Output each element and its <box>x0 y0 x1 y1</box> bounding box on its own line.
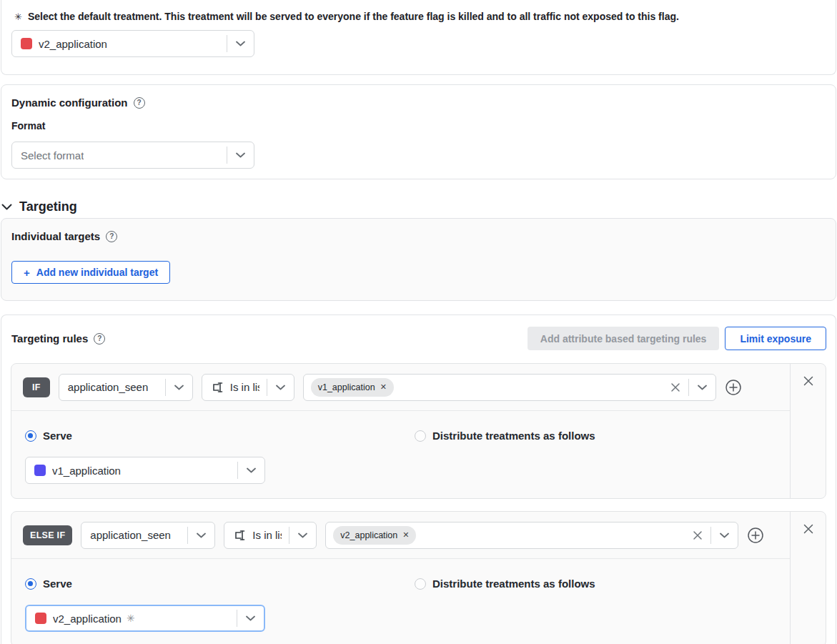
distribute-radio-option[interactable]: Distribute treatments as follows <box>415 578 595 590</box>
clear-values-icon[interactable] <box>685 522 710 548</box>
individual-targets-section: Individual targets ? + Add new individua… <box>1 218 836 301</box>
add-condition-icon[interactable] <box>725 379 742 396</box>
value-list-input[interactable]: v1_application ✕ <box>303 374 716 401</box>
matcher-select[interactable]: Is in list <box>202 374 294 401</box>
clear-values-icon[interactable] <box>663 375 688 400</box>
treatment-color-swatch <box>21 38 32 49</box>
chevron-down-icon[interactable] <box>227 41 254 46</box>
dynamic-configuration-section: Dynamic configuration ? Format Select fo… <box>1 84 836 179</box>
radio-selected-icon[interactable] <box>25 430 36 442</box>
radio-selected-icon[interactable] <box>25 578 36 590</box>
required-asterisk-icon: ✳ <box>127 613 135 624</box>
chevron-down-icon[interactable] <box>237 615 264 621</box>
chip-remove-icon[interactable]: ✕ <box>380 383 387 391</box>
distribute-radio-option[interactable]: Distribute treatments as follows <box>415 430 595 442</box>
add-individual-target-button[interactable]: + Add new individual target <box>11 261 170 284</box>
serve-treatment-select[interactable]: v1_application <box>25 457 265 484</box>
chevron-down-icon[interactable] <box>689 375 715 400</box>
targeting-rules-section: Targeting rules ? Add attribute based ta… <box>1 314 836 644</box>
treatment-chip: v2_application ✕ <box>333 526 416 545</box>
required-asterisk-icon: ✳ <box>14 11 22 22</box>
radio-unselected-icon[interactable] <box>415 578 426 590</box>
treatment-color-swatch <box>34 465 46 476</box>
serve-radio-option[interactable]: Serve <box>25 578 415 590</box>
help-icon[interactable]: ? <box>94 333 105 345</box>
matcher-select[interactable]: Is in list <box>224 522 317 549</box>
help-icon[interactable]: ? <box>106 231 117 242</box>
default-treatment-select[interactable]: v2_application <box>11 30 254 57</box>
delete-rule-icon[interactable] <box>802 522 815 535</box>
chevron-down-icon <box>1 204 12 210</box>
chevron-down-icon[interactable] <box>166 385 192 390</box>
string-matcher-icon <box>211 380 225 395</box>
chevron-down-icon[interactable] <box>267 385 294 390</box>
plus-icon: + <box>24 267 30 279</box>
targeting-section-header[interactable]: Targeting <box>1 199 837 214</box>
add-condition-icon[interactable] <box>747 527 764 544</box>
format-placeholder: Select format <box>21 149 84 162</box>
chip-remove-icon[interactable]: ✕ <box>402 531 409 539</box>
targeting-rules-title: Targeting rules <box>11 332 88 345</box>
rule-condition-badge: IF <box>23 377 50 397</box>
attribute-select[interactable]: application_seen <box>59 374 193 401</box>
chevron-down-icon[interactable] <box>227 152 254 158</box>
add-attribute-rules-button[interactable]: Add attribute based targeting rules <box>528 327 720 350</box>
dynamic-configuration-title: Dynamic configuration <box>11 96 128 109</box>
targeting-title: Targeting <box>19 199 77 214</box>
chevron-down-icon[interactable] <box>188 532 214 538</box>
default-treatment-instruction: Select the default treatment. This treat… <box>28 11 679 22</box>
serve-radio-option[interactable]: Serve <box>25 430 415 442</box>
attribute-select[interactable]: application_seen <box>81 522 215 549</box>
default-treatment-section: ✳ Select the default treatment. This tre… <box>1 0 836 75</box>
format-select[interactable]: Select format <box>11 142 254 169</box>
default-treatment-value: v2_application <box>39 38 107 50</box>
individual-targets-title: Individual targets <box>11 230 100 242</box>
radio-unselected-icon[interactable] <box>415 430 426 442</box>
help-icon[interactable]: ? <box>134 97 145 109</box>
serve-treatment-select[interactable]: v2_application ✳ <box>25 605 265 632</box>
treatment-chip: v1_application ✕ <box>311 378 394 397</box>
targeting-rule-card: IF application_seen I <box>11 363 826 499</box>
treatment-color-swatch <box>35 613 46 624</box>
value-list-input[interactable]: v2_application ✕ <box>325 522 738 549</box>
limit-exposure-button[interactable]: Limit exposure <box>725 327 826 350</box>
chevron-down-icon[interactable] <box>289 532 316 538</box>
string-matcher-icon <box>233 528 247 543</box>
default-treatment-instruction-row: ✳ Select the default treatment. This tre… <box>1 6 836 27</box>
chevron-down-icon[interactable] <box>711 522 738 548</box>
targeting-rule-card: ELSE IF application_seen <box>11 511 826 644</box>
format-label: Format <box>11 120 826 132</box>
rule-condition-badge: ELSE IF <box>23 525 72 545</box>
chevron-down-icon[interactable] <box>238 467 264 473</box>
delete-rule-icon[interactable] <box>802 375 815 387</box>
